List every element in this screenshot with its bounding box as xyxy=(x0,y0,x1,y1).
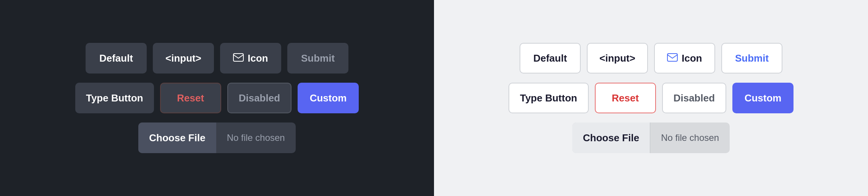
dark-row-2: Type Button Reset Disabled Custom xyxy=(75,83,359,113)
light-panel: Default <input> Icon Submit Type Button … xyxy=(434,0,868,196)
dark-submit-button[interactable]: Submit xyxy=(287,43,348,74)
light-row-1: Default <input> Icon Submit xyxy=(520,43,782,74)
dark-default-label: Default xyxy=(99,52,133,64)
dark-type-label: Type Button xyxy=(86,92,143,104)
dark-file-input: Choose File No file chosen xyxy=(138,122,295,153)
light-icon-button[interactable]: Icon xyxy=(654,43,715,74)
svg-rect-0 xyxy=(233,54,243,61)
dark-choose-file-label: Choose File xyxy=(149,132,205,144)
dark-submit-label: Submit xyxy=(301,52,335,64)
dark-custom-label: Custom xyxy=(310,92,347,104)
light-icon-label: Icon xyxy=(682,52,702,64)
dark-type-button[interactable]: Type Button xyxy=(75,83,154,113)
light-disabled-button[interactable]: Disabled xyxy=(662,83,726,113)
dark-input-label: <input> xyxy=(165,52,201,64)
light-type-button[interactable]: Type Button xyxy=(508,83,589,113)
dark-choose-file-button[interactable]: Choose File xyxy=(138,122,216,153)
light-input-label: <input> xyxy=(599,52,635,64)
svg-rect-1 xyxy=(667,54,677,61)
light-submit-label: Submit xyxy=(735,52,769,64)
light-disabled-label: Disabled xyxy=(674,92,715,104)
dark-disabled-button[interactable]: Disabled xyxy=(227,83,291,113)
dark-row-1: Default <input> Icon Submit xyxy=(86,43,348,74)
dark-no-file-label: No file chosen xyxy=(216,132,296,143)
light-choose-file-label: Choose File xyxy=(583,132,639,144)
light-reset-label: Reset xyxy=(612,92,639,104)
dark-disabled-label: Disabled xyxy=(239,92,280,104)
light-type-label: Type Button xyxy=(520,92,577,104)
dark-row-3: Choose File No file chosen xyxy=(138,122,295,153)
mail-icon xyxy=(233,52,244,64)
dark-panel: Default <input> Icon Submit Type Button … xyxy=(0,0,434,196)
dark-icon-label: Icon xyxy=(248,52,268,64)
dark-reset-label: Reset xyxy=(177,92,204,104)
light-input-button[interactable]: <input> xyxy=(587,43,648,74)
dark-icon-button[interactable]: Icon xyxy=(220,43,281,74)
light-file-input: Choose File No file chosen xyxy=(572,122,730,153)
dark-custom-button[interactable]: Custom xyxy=(298,83,359,113)
light-reset-button[interactable]: Reset xyxy=(595,83,656,113)
light-choose-file-button[interactable]: Choose File xyxy=(572,122,650,153)
dark-default-button[interactable]: Default xyxy=(86,43,147,74)
light-row-3: Choose File No file chosen xyxy=(572,122,730,153)
light-custom-button[interactable]: Custom xyxy=(732,83,794,113)
dark-input-button[interactable]: <input> xyxy=(153,43,214,74)
mail-icon xyxy=(667,52,678,64)
light-no-file-label: No file chosen xyxy=(650,132,730,143)
light-row-2: Type Button Reset Disabled Custom xyxy=(508,83,794,113)
light-submit-button[interactable]: Submit xyxy=(721,43,782,74)
dark-reset-button[interactable]: Reset xyxy=(160,83,221,113)
light-custom-label: Custom xyxy=(745,92,782,104)
light-default-label: Default xyxy=(533,52,567,64)
light-default-button[interactable]: Default xyxy=(520,43,581,74)
